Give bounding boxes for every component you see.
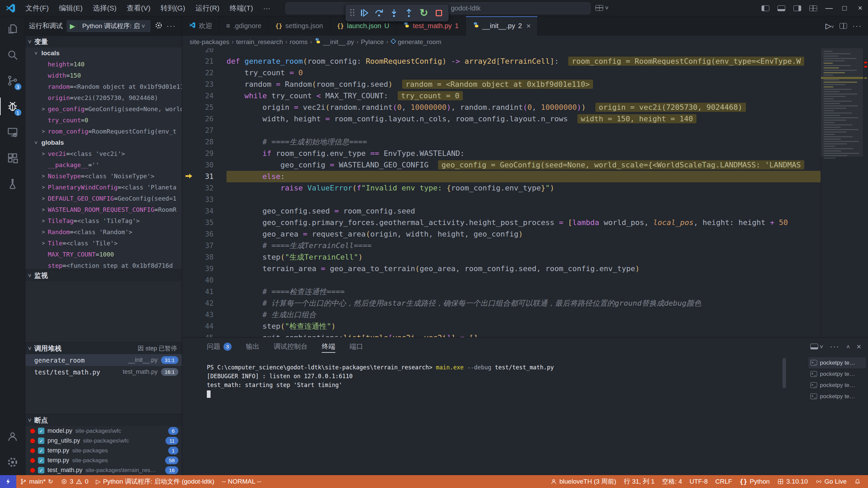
minimap[interactable] [821,48,868,337]
stack-frame-test/test_math.py[interactable]: test/test_math.pytest_math.py16:1 [25,366,182,378]
step-over-button[interactable] [374,8,384,18]
customize-layout-icon[interactable] [809,5,817,11]
terminal-instance-1[interactable]: pocketpy te… [808,357,866,368]
git-blame-status[interactable]: ">blueloveTH (3 周前) [547,475,620,488]
terminal-output[interactable]: PS C:\computer_science\godot-ldtk\site-p… [207,363,780,475]
close-panel-icon[interactable]: × [856,342,861,351]
remote-explorer-icon[interactable] [0,119,25,145]
variables-scope-locals[interactable]: >locals [25,47,182,59]
line-number-41[interactable]: 41 [182,288,226,296]
panel-tab-调试控制台[interactable]: 调试控制台 [274,338,308,355]
run-debug-icon[interactable]: 1 [0,94,25,119]
variable-WASTELAND_ROOM_REQUEST_CONFIG[interactable]: >WASTELAND_ROOM_REQUEST_CONFIG = RoomR [25,204,182,215]
explorer-icon[interactable] [0,16,25,42]
breakpoint-checkbox[interactable]: ✓ [38,457,44,464]
line-number-21[interactable]: 21 [182,57,226,65]
panel-tab-问题[interactable]: 问题3 [207,338,232,355]
more-actions-icon[interactable]: ··· [166,22,176,30]
line-number-27[interactable]: 27 [182,126,226,135]
variable-NoiseType[interactable]: >NoiseType = <class 'NoiseType'> [25,170,182,182]
line-number-31[interactable]: 31 [182,172,226,181]
git-branch-status[interactable]: ">main*↻ [16,475,57,488]
breakpoint-temp.py-1[interactable]: ✓temp.pysite-packages1 [25,446,182,455]
breakpoint-checkbox[interactable]: ✓ [38,447,44,454]
testing-icon[interactable] [0,171,25,197]
status-text-r2[interactable]: 空格: 4 [658,475,686,488]
breadcrumb-item-rooms[interactable]: rooms [290,38,308,46]
panel-tab-端口[interactable]: 端口 [350,338,363,355]
breadcrumb-item-site-packages[interactable]: site-packages [190,38,229,46]
tab-__init__.py[interactable]: __init__.py2× [466,16,538,36]
stack-frame-generate_room[interactable]: generate_room__init__.py31:1 [25,354,182,366]
menu-item-···[interactable]: ··· [258,0,275,16]
menu-item-文件(F)[interactable]: 文件(F) [20,0,54,16]
menu-item-编辑(E)[interactable]: 编辑(E) [54,0,88,16]
variable-Random[interactable]: >Random = <class 'Random'> [25,226,182,238]
breakpoint-temp.py-58[interactable]: ✓temp.pysite-packages58 [25,455,182,465]
settings-gear-icon[interactable] [0,449,25,475]
variable-vec2i[interactable]: >vec2i = <class 'vec2i'> [25,148,182,159]
continue-button[interactable] [359,8,369,18]
variable-step[interactable]: step = <function step at 0x1bf8d716d [25,260,182,269]
minimize-button[interactable]: — [821,0,837,16]
line-number-35[interactable]: 35 [182,219,226,227]
line-number-28[interactable]: 28 [182,138,226,146]
line-number-25[interactable]: 25 [182,103,226,111]
editor-more-actions-icon[interactable]: ··· [852,22,862,30]
code-editor[interactable]: 2021def generate_room(room_config: RoomR… [182,48,868,337]
line-number-34[interactable]: 34 [182,207,226,215]
terminal-instance-2[interactable]: pocketpy te… [808,368,866,380]
python-interpreter-version[interactable]: ">3.10.10 [773,475,811,488]
variable-__package__[interactable]: __package__ = '' [25,159,182,170]
restart-button[interactable]: ↻ [419,8,429,18]
line-number-39[interactable]: 39 [182,265,226,273]
toggle-panel-icon[interactable] [777,5,785,11]
line-number-45[interactable]: 45 [182,334,226,337]
panel-more-actions-icon[interactable]: ··· [830,342,840,351]
panel-tab-终端[interactable]: 终端 [322,338,335,355]
line-number-22[interactable]: 22 [182,69,226,77]
line-number-33[interactable]: 33 [182,196,226,204]
line-number-40[interactable]: 40 [182,276,226,284]
step-into-button[interactable] [389,8,399,18]
variable-PlanetaryWindConfig[interactable]: >PlanetaryWindConfig = <class 'Planeta [25,182,182,193]
variable-TileTag[interactable]: >TileTag = <class 'TileTag'> [25,215,182,226]
close-icon[interactable]: × [526,22,531,30]
notifications-bell-icon[interactable]: "> [850,475,865,488]
menu-item-运行(R)[interactable]: 运行(R) [190,0,224,16]
menu-item-终端(T)[interactable]: 终端(T) [224,0,258,16]
maximize-button[interactable]: □ [837,0,852,16]
menu-item-查看(V)[interactable]: 查看(V) [122,0,156,16]
close-button[interactable]: × [852,0,868,16]
variable-random[interactable]: random = <Random object at 0x1bf9d01e110… [25,81,182,92]
line-number-30[interactable]: 30 [182,161,226,169]
maximize-panel-icon[interactable]: > [845,345,851,348]
breakpoint-checkbox[interactable]: ✓ [38,428,44,434]
menu-item-选择(S)[interactable]: 选择(S) [88,0,122,16]
layout-quick-icon[interactable]: > [595,4,609,11]
variable-width[interactable]: width = 150 [25,70,182,81]
line-number-32[interactable]: 32 [182,184,226,192]
debug-status[interactable]: ▷Python 调试程序: 启动文件 (godot-ldtk) [92,475,218,488]
extensions-icon[interactable] [0,145,25,171]
tab-欢迎[interactable]: 欢迎 [182,16,219,36]
tab-settings.json[interactable]: {}settings.json [269,16,330,36]
terminal-instance-3[interactable]: pocketpy te… [808,380,866,391]
breadcrumb-item-Pylance[interactable]: Pylance [361,38,384,46]
drag-grip-icon[interactable] [350,9,354,17]
variable-height[interactable]: height = 140 [25,59,182,70]
line-number-42[interactable]: 42 [182,299,226,307]
status-text-r3[interactable]: UTF-8 [686,475,712,488]
step-out-button[interactable] [404,8,414,18]
callstack-section-header[interactable]: > 调用堆栈 因 step 已暂停 [25,342,182,354]
split-editor-icon[interactable] [840,23,847,29]
variable-geo_config[interactable]: >geo_config = GeoConfig(seed=None, world… [25,103,182,115]
breakpoints-section-header[interactable]: > 断点 [25,414,182,426]
terminal-scrollbar[interactable] [783,358,786,388]
start-debug-icon[interactable]: ▶ [66,22,79,30]
menu-item-转到(G)[interactable]: 转到(G) [156,0,190,16]
breakpoint-checkbox[interactable]: ✓ [38,438,44,444]
problems-status[interactable]: 30 [57,475,92,488]
line-number-20[interactable]: 20 [182,48,226,54]
terminal-instance-4[interactable]: pocketpy te… [808,391,866,402]
